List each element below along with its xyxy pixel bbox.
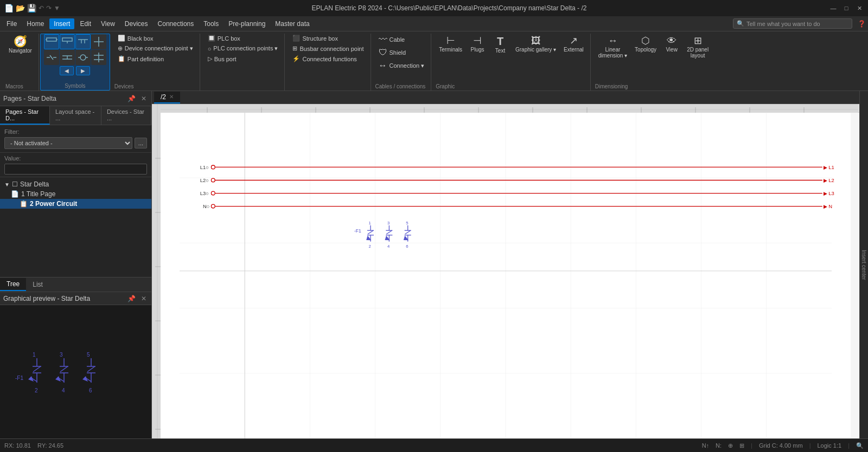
navigator-button[interactable]: 🧭 Navigator: [5, 34, 35, 56]
menu-view[interactable]: View: [97, 18, 119, 29]
structure-box-button[interactable]: ⬛ Structure box: [289, 34, 341, 43]
plc-box-button[interactable]: 🔲 PLC box: [205, 34, 244, 43]
plc-conn-label: PLC connection points ▾: [213, 45, 278, 52]
help-button[interactable]: ❓: [858, 20, 866, 28]
svg-text:2: 2: [369, 244, 371, 249]
toolbar-icon-more[interactable]: ▼: [54, 4, 60, 12]
sym-cell-4[interactable]: [91, 34, 106, 49]
connection-button[interactable]: ↔ Connection ▾: [375, 60, 428, 72]
busbar-conn-icon: ⊞: [292, 45, 297, 52]
toolbar-icon-open[interactable]: 📂: [16, 4, 25, 12]
svg-point-13: [80, 55, 86, 60]
connected-functions-button[interactable]: ⚡ Connected functions: [289, 54, 360, 63]
sym-cell-2[interactable]: [60, 34, 75, 49]
menu-insert[interactable]: Insert: [49, 18, 74, 29]
sym-arrow-left[interactable]: ◀: [60, 66, 74, 75]
menu-connections[interactable]: Connections: [154, 18, 199, 29]
schematic-svg: L1○ ▶ L1 L2○ ▶ L2 L3○ ▶ L3 N○: [161, 113, 851, 438]
status-icon-n2[interactable]: N:: [716, 442, 722, 449]
maximize-button[interactable]: □: [842, 4, 851, 12]
toolbar-icon-new[interactable]: 📄: [4, 4, 14, 12]
toolbar-icon-undo[interactable]: ↶: [39, 4, 44, 12]
blackbox-button[interactable]: ⬜ Black box: [114, 34, 157, 43]
linear-dimension-button[interactable]: ↔ Lineardimension ▾: [595, 34, 630, 61]
panel-header: Pages - Star Delta 📌 ✕: [0, 91, 151, 106]
sym-cell-6[interactable]: [60, 50, 75, 65]
status-icon-grid-view[interactable]: ⊞: [739, 442, 744, 449]
menu-tools[interactable]: Tools: [199, 18, 223, 29]
sym-cell-3[interactable]: [75, 34, 91, 49]
toolbar-icon-redo[interactable]: ↷: [46, 4, 52, 12]
sym-cell-1[interactable]: [44, 34, 59, 49]
busbar-connection-button[interactable]: ⊞ Busbar connection point: [289, 44, 367, 53]
ruler-horizontal: [152, 104, 859, 113]
panel-close-button[interactable]: ✕: [139, 94, 148, 103]
filter-more-button[interactable]: ...: [135, 138, 147, 148]
topology-button[interactable]: ⬡ Topology: [631, 34, 660, 55]
toolbar-icon-save[interactable]: 💾: [27, 4, 36, 12]
plc-connection-button[interactable]: ○ PLC connection points ▾: [205, 44, 282, 53]
canvas-inner[interactable]: L1○ ▶ L1 L2○ ▶ L2 L3○ ▶ L3 N○: [152, 104, 859, 438]
text-button[interactable]: T Text: [489, 34, 511, 56]
close-button[interactable]: ✕: [855, 4, 864, 12]
value-input[interactable]: [4, 164, 147, 175]
shield-button[interactable]: 🛡 Shield: [375, 47, 410, 59]
connected-func-label: Connected functions: [302, 56, 356, 62]
svg-text:3: 3: [387, 221, 390, 225]
bus-port-icon: ▷: [208, 55, 212, 62]
l3-start-circle: [211, 191, 215, 195]
filter-dropdown[interactable]: - Not activated -: [4, 137, 132, 149]
status-bar: RX: 10.81 RY: 24.65 N↑ N: ⊕ ⊞ | Grid C: …: [0, 438, 868, 452]
plc-box-icon: 🔲: [208, 35, 215, 42]
minimize-button[interactable]: —: [829, 4, 838, 12]
bus-port-button[interactable]: ▷ Bus port: [205, 54, 240, 63]
status-icon-n1[interactable]: N↑: [702, 442, 709, 449]
panel-tab-pages[interactable]: Pages - Star D...: [0, 106, 50, 125]
drawing-canvas[interactable]: L1○ ▶ L1 L2○ ▶ L2 L3○ ▶ L3 N○: [161, 113, 851, 438]
insert-center-bar[interactable]: Insert center: [859, 91, 868, 438]
menu-masterdata[interactable]: Master data: [271, 18, 314, 29]
view-button[interactable]: 👁 View: [661, 34, 682, 55]
panel-tab-devices[interactable]: Devices - Star ...: [101, 106, 151, 125]
preview-pin-button[interactable]: 📌: [126, 294, 137, 303]
terminals-button[interactable]: ⊢ Terminals: [436, 34, 465, 55]
canvas-tab-close[interactable]: ✕: [169, 94, 174, 100]
tree-root[interactable]: ▼ ☐ Star Delta: [0, 179, 151, 189]
device-connection-button[interactable]: ⊕ Device connection point ▾: [114, 44, 196, 53]
sym-cell-7[interactable]: [75, 50, 91, 65]
connection-icon: ↔: [379, 61, 387, 70]
svg-text:6: 6: [406, 244, 408, 249]
l1-start-label: L1○: [200, 164, 209, 170]
svg-text:3: 3: [60, 352, 63, 358]
cable-button[interactable]: 〰 Cable: [375, 34, 409, 46]
view-icon: 👁: [667, 36, 676, 46]
bottom-tab-list[interactable]: List: [26, 279, 49, 290]
tree-item-2[interactable]: 📋 2 Power Circuit: [0, 199, 151, 209]
sym-arrow-right[interactable]: ▶: [76, 66, 90, 75]
status-zoom-button[interactable]: 🔍: [856, 442, 864, 449]
menu-home[interactable]: Home: [22, 18, 48, 29]
panel-pin-button[interactable]: 📌: [126, 94, 137, 103]
bottom-tab-tree[interactable]: Tree: [0, 278, 26, 291]
panel-tab-layout[interactable]: Layout space - ...: [50, 106, 101, 125]
menu-edit[interactable]: Edit: [75, 18, 95, 29]
tree-item-1[interactable]: 📄 1 Title Page: [0, 189, 151, 199]
symbols-grid: [44, 34, 106, 65]
menu-devices[interactable]: Devices: [120, 18, 152, 29]
menu-file[interactable]: File: [2, 18, 21, 29]
preview-close-button[interactable]: ✕: [139, 294, 148, 303]
part-definition-button[interactable]: 📋 Part definition: [114, 54, 167, 63]
status-icon-cross[interactable]: ⊕: [728, 442, 733, 449]
busbar-conn-label: Busbar connection point: [299, 46, 363, 52]
2d-panel-button[interactable]: ⊞ 2D panellayout: [684, 34, 712, 61]
sym-cell-5[interactable]: [44, 50, 59, 65]
plugs-button[interactable]: ⊣ Plugs: [467, 34, 488, 55]
graphic-gallery-button[interactable]: 🖼 Graphic gallery ▾: [512, 34, 559, 55]
l2-start-label: L2○: [200, 177, 209, 183]
tree-item2-label: 2 Power Circuit: [30, 200, 77, 208]
sym-cell-8[interactable]: [91, 50, 106, 65]
external-button[interactable]: ↗ External: [560, 34, 587, 55]
canvas-tab-2[interactable]: /2 ✕: [154, 92, 180, 104]
menu-preplanning[interactable]: Pre-planning: [224, 18, 270, 29]
structure-box-icon: ⬛: [292, 35, 300, 42]
